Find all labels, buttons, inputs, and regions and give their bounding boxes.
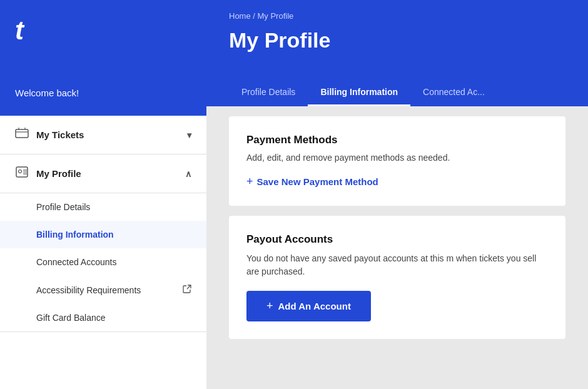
add-account-label: Add An Account — [278, 301, 351, 311]
tab-bar: Profile Details Billing Information Conn… — [229, 79, 565, 106]
payment-methods-title: Payment Methods — [246, 134, 548, 146]
payout-accounts-title: Payout Accounts — [246, 233, 548, 246]
svg-rect-0 — [16, 129, 28, 138]
payment-methods-description: Add, edit, and remove payment methods as… — [246, 153, 548, 163]
save-payment-label: Save New Payment Method — [257, 176, 378, 187]
sidebar-item-accessibility-requirements[interactable]: Accessibility Requirements — [0, 276, 206, 304]
add-an-account-button[interactable]: + Add An Account — [246, 291, 371, 321]
sidebar-navigation: My Tickets ▾ My Profile ∧ — [0, 116, 206, 389]
my-profile-label: My Profile — [36, 168, 81, 179]
tab-billing-information[interactable]: Billing Information — [308, 79, 410, 106]
plus-icon: + — [246, 175, 253, 188]
tab-connected-accounts[interactable]: Connected Ac... — [410, 79, 497, 106]
sidebar-header: t Welcome back! — [0, 0, 206, 116]
my-profile-chevron: ∧ — [185, 169, 191, 179]
payment-methods-card: Payment Methods Add, edit, and remove pa… — [229, 116, 565, 206]
payout-accounts-description: You do not have any saved payout account… — [246, 252, 548, 278]
external-link-icon — [183, 285, 191, 295]
page-title: My Profile — [229, 28, 565, 53]
payout-accounts-card: Payout Accounts You do not have any save… — [229, 216, 565, 339]
sidebar-item-profile-details[interactable]: Profile Details — [0, 193, 206, 221]
page-body: Payment Methods Add, edit, and remove pa… — [206, 106, 588, 389]
profile-icon — [15, 166, 29, 181]
svg-point-5 — [19, 170, 22, 173]
sidebar-item-my-tickets[interactable]: My Tickets ▾ — [0, 116, 206, 154]
app-logo: t — [15, 18, 191, 44]
sidebar-item-connected-accounts[interactable]: Connected Accounts — [0, 248, 206, 276]
my-profile-subitems: Profile Details Billing Information Conn… — [0, 193, 206, 331]
sidebar-item-my-profile[interactable]: My Profile ∧ — [0, 154, 206, 193]
welcome-message: Welcome back! — [15, 88, 191, 98]
breadcrumb: Home / My Profile — [229, 6, 565, 21]
main-content: Home / My Profile My Profile Profile Det… — [206, 0, 588, 389]
sidebar-item-gift-card-balance[interactable]: Gift Card Balance — [0, 304, 206, 331]
tickets-icon — [15, 127, 29, 143]
sidebar-item-billing-information[interactable]: Billing Information — [0, 221, 206, 248]
add-account-plus-icon: + — [266, 300, 273, 313]
my-tickets-chevron: ▾ — [187, 130, 191, 140]
my-tickets-label: My Tickets — [36, 129, 84, 140]
tab-profile-details[interactable]: Profile Details — [229, 79, 308, 106]
save-new-payment-method-button[interactable]: + Save New Payment Method — [246, 175, 548, 188]
page-header: Home / My Profile My Profile Profile Det… — [206, 0, 588, 106]
sidebar: t Welcome back! My Tickets ▾ — [0, 0, 206, 389]
